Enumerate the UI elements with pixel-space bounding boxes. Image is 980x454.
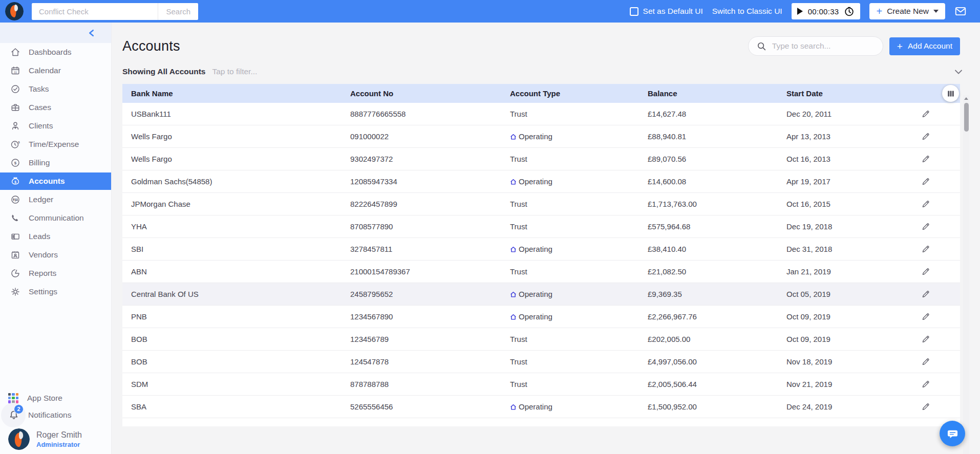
column-header-start-date[interactable]: Start Date [786,89,902,98]
balance-cell: £1,713,763.00 [648,200,786,208]
table-row[interactable]: PNB1234567890Operating£2,266,967.76Oct 0… [122,306,960,328]
app-store-icon [8,393,18,403]
add-account-button[interactable]: + Add Account [889,37,960,55]
chevron-down-icon [933,10,939,13]
sidebar-item-dashboards[interactable]: Dashboards [0,43,111,61]
sidebar-item-tasks[interactable]: Tasks [0,80,111,98]
sidebar-item-cases[interactable]: Cases [0,98,111,117]
sidebar-item-app-store[interactable]: App Store [8,390,111,406]
timer-play-icon[interactable] [797,8,803,15]
sidebar-nav: Dashboards11CalendarTasksCasesClients$Ti… [0,43,111,301]
edit-pencil-icon[interactable] [921,177,930,186]
table-row[interactable]: ABN21000154789367Trust£21,082.50Jan 21, … [122,261,960,283]
conflict-check-input[interactable] [32,3,158,20]
sidebar-item-settings[interactable]: Settings [0,283,111,301]
sidebar-item-label: Communication [29,213,84,223]
column-header-account-no[interactable]: Account No [350,89,510,98]
account-type-cell: Operating [510,312,648,321]
edit-pencil-icon[interactable] [921,380,930,388]
user-profile[interactable]: Roger Smith Administrator [8,428,111,450]
sidebar-item-billing[interactable]: $Billing [0,154,111,172]
column-header-balance[interactable]: Balance [648,89,786,98]
edit-pencil-icon[interactable] [921,200,930,208]
sidebar-item-communication[interactable]: Communication [0,209,111,227]
table-row[interactable]: SDM878788788Trust£2,005,506.44Nov 21, 20… [122,373,960,396]
edit-pencil-icon[interactable] [921,312,930,321]
house-icon [510,291,517,298]
table-row[interactable]: Wells Fargo9302497372Trust£89,070.56Oct … [122,148,960,170]
edit-pencil-icon[interactable] [921,245,930,253]
balance-cell: £202,005.00 [648,335,786,343]
table-row[interactable]: Wells Fargo091000022Operating£88,940.81A… [122,125,960,148]
mail-icon[interactable] [954,5,967,17]
column-settings-button[interactable] [942,85,959,102]
svg-text:$: $ [14,198,16,202]
search-input[interactable] [772,41,864,51]
table-row[interactable]: BOB123456789Trust£202,005.00Oct 09, 2019 [122,328,960,351]
set-default-ui-checkbox[interactable] [630,7,638,16]
edit-pencil-icon[interactable] [921,222,930,231]
table-row[interactable]: SBA5265556456Operating£1,500,952.00Dec 2… [122,396,960,418]
account-no-cell: 82226457899 [350,200,510,208]
home-icon [10,47,20,58]
sidebar-item-ledger[interactable]: $Ledger [0,190,111,209]
sidebar-item-calendar[interactable]: 11Calendar [0,61,111,80]
balance-cell: £89,070.56 [648,155,786,163]
edit-pencil-icon[interactable] [921,110,930,118]
start-date-cell: Oct 09, 2019 [786,335,902,343]
edit-pencil-icon[interactable] [921,267,930,276]
scrollbar-thumb[interactable] [964,103,969,132]
conflict-search-button[interactable]: Search [158,3,198,20]
sidebar-item-notifications[interactable]: 2 Notifications [8,406,111,423]
svg-text:$: $ [14,180,16,184]
table-row[interactable]: USBank1118887776665558Trust£14,627.48Dec… [122,103,960,125]
start-date-cell: Apr 13, 2013 [786,132,902,141]
edit-pencil-icon[interactable] [921,155,930,163]
set-default-ui: Set as Default UI [630,7,703,16]
app-logo[interactable] [5,2,24,20]
bank-name-cell: Goldman Sachs(54858) [122,177,350,186]
sidebar-item-leads[interactable]: Leads [0,227,111,246]
scrollbar[interactable] [963,95,969,454]
account-no-cell: 2458795652 [350,290,510,298]
edit-pencil-icon[interactable] [921,290,930,298]
account-type-cell: Operating [510,245,648,253]
column-header-bank-name[interactable]: Bank Name [122,89,350,98]
create-new-button[interactable]: + Create New [869,3,945,19]
sidebar-item-accounts[interactable]: $Accounts [0,172,111,190]
balance-cell: £14,600.08 [648,177,786,186]
account-type-cell: Operating [510,132,648,141]
sidebar-item-label: Leads [29,232,50,241]
edit-pencil-icon[interactable] [921,402,930,411]
table-row[interactable]: JPMorgan Chase82226457899Trust£1,713,763… [122,193,960,215]
start-date-cell: Dec 20, 2011 [786,110,902,118]
clock-icon[interactable] [844,6,855,17]
sidebar-item-vendors[interactable]: Vendors [0,246,111,264]
scroll-up-arrow[interactable] [963,95,969,102]
table-row[interactable]: YHA8708577890Trust£575,964.68Dec 19, 201… [122,215,960,238]
sidebar-collapse-icon[interactable] [88,29,95,37]
sidebar-item-label: Settings [29,287,57,296]
switch-classic-ui-link[interactable]: Switch to Classic UI [712,7,782,16]
sidebar-item-label: Billing [29,158,50,167]
balance-cell: £4,997,056.00 [648,357,786,366]
table-row[interactable]: SBI3278457811Operating£38,410.40Dec 31, … [122,238,960,261]
table-row[interactable]: Central Bank Of US2458795652Operating£9,… [122,283,960,306]
edit-pencil-icon[interactable] [921,357,930,366]
svg-text:$: $ [14,161,16,165]
chevron-down-icon[interactable] [955,70,962,74]
sidebar-item-clients[interactable]: Clients [0,117,111,135]
bank-name-cell: BOB [122,335,350,343]
edit-pencil-icon[interactable] [921,132,930,141]
column-header-account-type[interactable]: Account Type [510,89,648,98]
sidebar-item-time-expense[interactable]: $Time/Expense [0,135,111,154]
table-row[interactable]: BOB124547878Trust£4,997,056.00Nov 18, 20… [122,351,960,373]
table-row[interactable]: Goldman Sachs(54858)12085947334Operating… [122,170,960,193]
account-no-cell: 1234567890 [350,312,510,321]
sidebar-item-reports[interactable]: Reports [0,264,111,283]
edit-pencil-icon[interactable] [921,335,930,343]
filter-bar[interactable]: Showing All Accounts Tap to filter... [122,67,960,76]
notification-badge: 2 [14,404,24,414]
chat-button[interactable] [940,421,965,446]
conflict-check-group: Search [32,3,198,20]
